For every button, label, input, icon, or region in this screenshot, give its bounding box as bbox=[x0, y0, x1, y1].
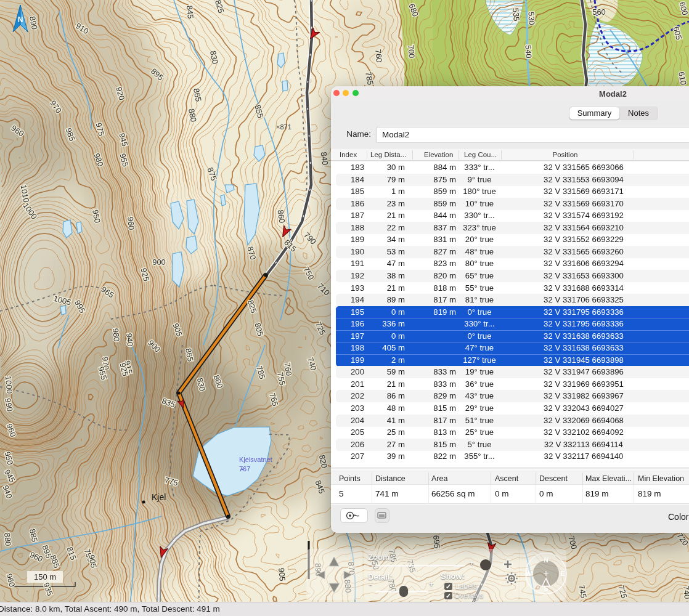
svg-text:×871: ×871 bbox=[276, 123, 292, 131]
svg-text:767: 767 bbox=[239, 465, 250, 472]
svg-text:740: 740 bbox=[682, 585, 689, 599]
svg-text:840: 840 bbox=[319, 152, 330, 166]
svg-text:860: 860 bbox=[276, 209, 287, 224]
svg-text:1000: 1000 bbox=[4, 376, 14, 394]
svg-text:Kjelsvatnet: Kjelsvatnet bbox=[239, 456, 272, 463]
svg-text:960: 960 bbox=[126, 216, 136, 230]
svg-text:530: 530 bbox=[527, 12, 537, 25]
svg-text:880: 880 bbox=[2, 532, 13, 546]
svg-text:760: 760 bbox=[283, 362, 294, 377]
svg-text:905: 905 bbox=[277, 567, 287, 582]
svg-text:540: 540 bbox=[524, 45, 534, 59]
svg-text:N: N bbox=[18, 15, 23, 24]
svg-text:760: 760 bbox=[373, 49, 384, 63]
svg-text:940: 940 bbox=[124, 333, 135, 347]
svg-text:980: 980 bbox=[111, 328, 121, 342]
svg-text:560: 560 bbox=[592, 7, 606, 17]
svg-text:900: 900 bbox=[152, 257, 166, 267]
svg-text:695: 695 bbox=[431, 535, 442, 549]
svg-text:150 m: 150 m bbox=[34, 572, 56, 582]
svg-text:700: 700 bbox=[406, 44, 417, 59]
svg-text:845: 845 bbox=[185, 5, 195, 19]
svg-text:Kjel: Kjel bbox=[152, 492, 166, 502]
svg-text:535: 535 bbox=[511, 7, 521, 22]
